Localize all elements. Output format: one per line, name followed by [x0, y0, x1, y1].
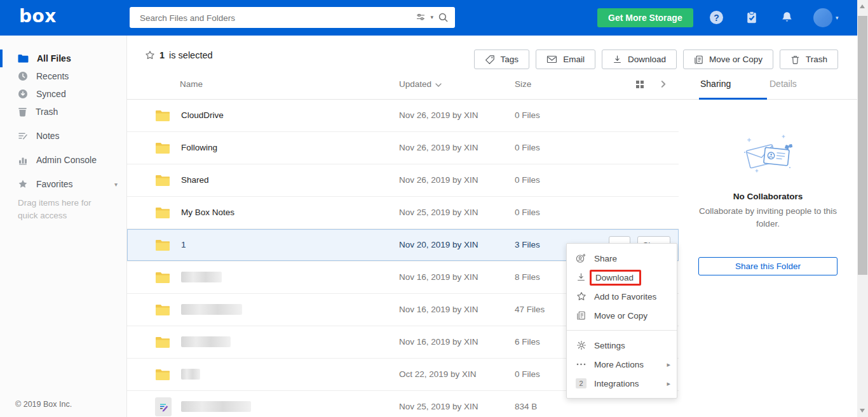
box-logo[interactable]: box	[19, 6, 57, 27]
bell-icon[interactable]	[781, 11, 793, 24]
sidebar-item-notes[interactable]: Notes	[0, 127, 126, 145]
folder-yellow-icon	[155, 174, 170, 186]
file-name[interactable]: Following	[181, 143, 217, 152]
column-header-size[interactable]: Size	[515, 79, 531, 89]
folder-yellow-icon	[155, 206, 170, 218]
scrollbar-up-arrow-icon[interactable]	[860, 4, 865, 8]
sidebar-item-recents[interactable]: Recents	[0, 67, 126, 85]
folder-yellow-icon	[155, 303, 170, 315]
folder-yellow-icon	[155, 109, 170, 121]
trash-button[interactable]: Trash	[780, 50, 838, 69]
avatar-caret-icon[interactable]: ▾	[836, 15, 839, 21]
file-size: 6 Files	[515, 337, 540, 347]
submenu-caret-icon: ▸	[667, 380, 670, 388]
notes-icon	[18, 131, 28, 141]
trash-outline-icon	[790, 55, 800, 65]
no-collaborators-description: Collaborate by inviting people to this f…	[690, 205, 846, 230]
folder-blue-icon	[18, 54, 29, 63]
move-or-copy-button[interactable]: Move or Copy	[683, 50, 773, 69]
tab-sharing[interactable]: Sharing	[700, 79, 731, 89]
menu-item-integrations[interactable]: 2Integrations▸	[567, 374, 677, 393]
file-updated: Nov 25, 2019 by XIN	[399, 208, 478, 217]
sidebar: All FilesRecentsSyncedTrashNotesAdmin Co…	[0, 36, 127, 417]
sidebar-item-label: Trash	[36, 107, 58, 117]
details-panel: Sharing Details	[679, 70, 857, 417]
tasks-icon[interactable]	[745, 11, 758, 24]
sidebar-item-label: Recents	[36, 71, 69, 81]
file-size: 0 Files	[515, 110, 540, 120]
button-label: Trash	[806, 55, 827, 64]
file-name[interactable]: Shared	[181, 175, 209, 185]
file-name[interactable]: CloudDrive	[181, 110, 224, 120]
button-label: Move or Copy	[709, 55, 763, 64]
sidebar-item-trash[interactable]: Trash	[0, 103, 126, 121]
sidebar-item-favorites[interactable]: Favorites▾	[0, 175, 126, 193]
tab-details[interactable]: Details	[770, 79, 797, 89]
favorites-caret-icon[interactable]: ▾	[114, 181, 118, 188]
sync-icon	[18, 89, 28, 99]
grid-view-icon[interactable]	[635, 80, 644, 89]
menu-item-download[interactable]: Download	[567, 268, 677, 287]
menu-item-more-actions[interactable]: More Actions▸	[567, 355, 677, 374]
share-this-folder-button[interactable]: Share this Folder	[698, 257, 837, 275]
table-row[interactable]: SharedNov 26, 2019 by XIN0 Files	[127, 164, 679, 197]
star-fill-icon	[18, 179, 28, 189]
sidebar-item-all-files[interactable]: All Files	[0, 50, 126, 67]
menu-item-label: Move or Copy	[594, 311, 648, 321]
tag-icon	[485, 55, 495, 65]
button-label: Email	[563, 55, 585, 64]
boxnote-file-icon	[155, 397, 172, 416]
file-updated: Nov 16, 2019 by XIN	[399, 305, 478, 314]
table-row[interactable]: FollowingNov 26, 2019 by XIN0 Files	[127, 132, 679, 164]
column-header-updated[interactable]: Updated	[399, 79, 442, 89]
menu-divider	[567, 330, 677, 331]
file-name[interactable]: 1	[181, 240, 186, 249]
selection-status: 1 is selected	[145, 50, 213, 60]
menu-item-move-or-copy[interactable]: Move or Copy	[567, 306, 677, 325]
menu-item-label: More Actions	[594, 360, 644, 369]
redacted-file-name	[181, 401, 251, 412]
search-bar: ▾	[130, 7, 455, 28]
star-outline-icon[interactable]	[145, 50, 155, 60]
file-size: 0 Files	[515, 208, 540, 217]
email-button[interactable]: Email	[536, 50, 595, 69]
copy-icon	[694, 55, 703, 65]
menu-item-label: Share	[594, 254, 617, 263]
person-plus-icon	[576, 253, 587, 263]
folder-yellow-icon	[155, 142, 170, 154]
menu-item-label: Integrations	[594, 379, 639, 388]
tags-button[interactable]: Tags	[474, 50, 530, 69]
menu-item-settings[interactable]: Settings	[567, 336, 677, 355]
clock-icon	[18, 71, 28, 81]
collaborators-illustration-icon	[739, 132, 797, 174]
file-updated: Oct 22, 2019 by XIN	[399, 369, 477, 379]
top-header: box ▾ Get More Storage ? ▾	[0, 0, 857, 36]
avatar[interactable]	[813, 8, 832, 27]
table-row[interactable]: My Box NotesNov 25, 2019 by XIN0 Files	[127, 197, 679, 229]
download-button[interactable]: Download	[602, 50, 677, 69]
scrollbar-thumb[interactable]	[858, 16, 867, 275]
column-header-name[interactable]: Name	[180, 79, 203, 89]
table-row[interactable]: CloudDriveNov 26, 2019 by XIN0 Files	[127, 100, 679, 132]
file-name[interactable]: My Box Notes	[181, 208, 234, 217]
vertical-scrollbar[interactable]	[857, 0, 868, 417]
file-size: 834 B	[515, 402, 537, 411]
sidebar-item-admin-console[interactable]: Admin Console	[0, 151, 126, 169]
search-input[interactable]	[139, 7, 414, 29]
sidebar-item-synced[interactable]: Synced	[0, 85, 126, 103]
file-size: 0 Files	[515, 143, 540, 152]
copyright: © 2019 Box Inc.	[15, 400, 72, 409]
filter-sliders-icon[interactable]	[416, 12, 426, 22]
menu-item-add-to-favorites[interactable]: Add to Favorites	[567, 287, 677, 306]
sidebar-item-label: Favorites	[36, 179, 73, 189]
file-updated: Nov 26, 2019 by XIN	[399, 175, 478, 185]
file-updated: Nov 25, 2019 by XIN	[399, 402, 478, 411]
get-more-storage-button[interactable]: Get More Storage	[597, 8, 693, 27]
scrollbar-down-arrow-icon[interactable]	[860, 409, 865, 413]
search-icon[interactable]	[438, 12, 449, 23]
menu-item-share[interactable]: Share	[567, 249, 677, 268]
sidebar-item-label: Notes	[36, 131, 60, 141]
help-icon[interactable]: ?	[710, 11, 723, 24]
filter-caret-icon[interactable]: ▾	[430, 14, 433, 20]
collapse-panel-icon[interactable]	[659, 79, 668, 89]
